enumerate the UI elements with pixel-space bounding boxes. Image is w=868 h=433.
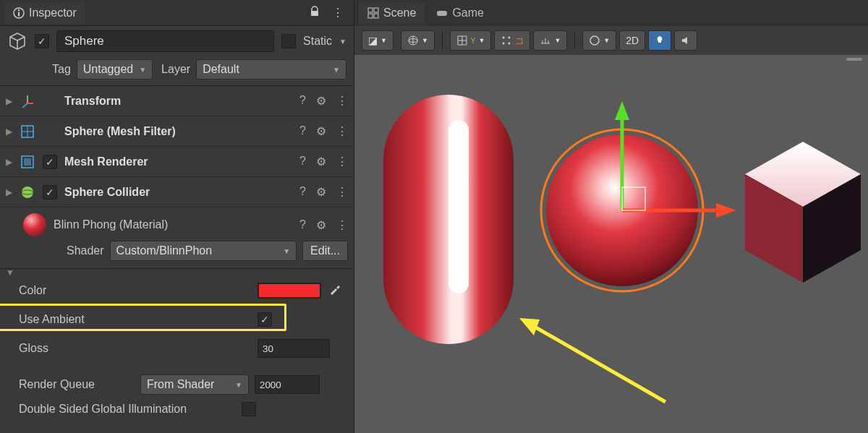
cube-icon [7,31,27,51]
component-mesh-renderer[interactable]: ▶ ✓ Mesh Renderer ?⚙⋮ [0,147,354,177]
tag-dropdown[interactable]: Untagged▼ [77,59,153,80]
component-sphere-collider[interactable]: ▶ ✓ Sphere Collider ?⚙⋮ [0,177,354,207]
sphere-collider-icon [20,184,35,200]
svg-marker-38 [716,203,736,218]
grid-y-button[interactable]: Y▼ [450,30,492,51]
svg-point-23 [509,37,511,39]
component-mesh-filter[interactable]: ▶ Sphere (Mesh Filter) ?⚙⋮ [0,116,354,147]
svg-marker-44 [519,318,540,335]
preset-icon[interactable]: ⚙ [316,155,326,168]
help-icon[interactable]: ? [299,124,306,138]
help-icon[interactable]: ? [299,94,306,108]
audio-toggle[interactable] [674,30,697,51]
shader-row: Shader Custom/BlinnPhon▼ Edit... [0,236,354,269]
preset-icon[interactable]: ⚙ [316,185,326,199]
kebab-icon[interactable]: ⋮ [336,155,348,168]
dsgi-row: Double Sided Global Illumination [0,398,354,419]
kebab-icon[interactable]: ⋮ [336,124,348,138]
layer-dropdown[interactable]: Default▼ [196,59,346,80]
material-properties: Color Use Ambient ✓ Gloss [0,269,354,364]
svg-rect-17 [374,14,378,18]
mesh-renderer-icon [20,154,35,170]
object-name-input[interactable] [56,30,274,52]
render-queue-dropdown[interactable]: From Shader▼ [140,374,249,395]
kebab-icon[interactable]: ⋮ [336,94,348,108]
inspector-tab[interactable]: Inspector [4,2,85,24]
kebab-icon[interactable]: ⋮ [336,185,348,199]
svg-rect-15 [374,8,378,12]
svg-marker-36 [615,101,629,120]
snap-grid-button[interactable]: ⊐ [494,30,530,51]
draw-mode-dropdown[interactable]: ▼ [401,30,435,51]
object-header: ✓ Static ▼ [0,26,354,56]
active-checkbox[interactable]: ✓ [35,34,49,48]
material-name: Blinn Phong (Material) [54,218,292,231]
shader-label: Shader [67,244,104,257]
foldout-icon[interactable]: ▶ [6,157,12,167]
prop-gloss: Gloss [19,337,345,360]
scene-panel: Scene Game ◪ ▼ ▼ Y▼ ⊐ [354,0,868,433]
2d-toggle[interactable]: 2D [619,30,645,51]
static-checkbox[interactable] [281,34,296,48]
preset-icon[interactable]: ⚙ [316,218,326,232]
svg-rect-1 [18,12,20,16]
eyedropper-icon[interactable] [328,283,341,299]
kebab-icon[interactable]: ⋮ [326,3,349,22]
svg-point-2 [18,9,20,10]
skybox-toggle[interactable]: ▼ [582,30,616,51]
prop-color: Color [19,279,345,302]
gloss-input[interactable] [258,339,330,358]
kebab-icon[interactable]: ⋮ [336,218,348,232]
preset-icon[interactable]: ⚙ [316,124,326,138]
svg-point-25 [509,43,511,45]
help-icon[interactable]: ? [299,155,306,168]
svg-rect-11 [24,158,31,166]
static-dropdown[interactable]: ▼ [339,38,346,46]
shader-dropdown[interactable]: Custom/BlinnPhon▼ [110,241,297,261]
snap-increment-button[interactable]: ▼ [533,30,567,51]
svg-point-22 [503,37,505,39]
tag-layer-row: Tag Untagged▼ Layer Default▼ [0,56,354,86]
svg-rect-32 [448,120,469,293]
foldout-icon[interactable]: ▶ [6,187,12,197]
shading-mode-dropdown[interactable]: ◪ ▼ [362,30,393,51]
svg-line-43 [529,324,665,402]
gamepad-icon [436,7,448,19]
render-queue-row: Render Queue From Shader▼ [0,370,354,398]
svg-rect-16 [368,14,373,18]
scene-tabs: Scene Game [354,0,868,26]
inspector-tab-label: Inspector [29,7,77,20]
layer-label: Layer [161,63,190,76]
component-transform[interactable]: ▶ Transform ?⚙⋮ [0,86,354,116]
foldout-icon[interactable]: ▶ [6,96,12,106]
color-swatch[interactable] [258,283,321,299]
inspector-tabs: Inspector ⋮ [0,0,354,26]
svg-point-24 [503,43,505,45]
scene-viewport[interactable] [354,55,868,433]
scene-tab[interactable]: Scene [359,2,425,24]
svg-rect-18 [437,11,447,16]
lighting-toggle[interactable] [648,30,671,51]
material-header[interactable]: Blinn Phong (Material) ?⚙⋮ [0,207,354,236]
game-tab[interactable]: Game [427,2,493,24]
help-icon[interactable]: ? [299,185,306,199]
dsgi-checkbox[interactable] [242,402,256,416]
prop-use-ambient: Use Ambient ✓ [19,308,345,331]
info-icon [13,7,25,19]
lock-icon[interactable] [303,3,326,22]
foldout-icon[interactable]: ▶ [6,127,12,137]
svg-line-6 [22,103,27,108]
mesh-filter-icon [20,124,35,140]
render-queue-input[interactable] [255,375,320,394]
renderer-enable-checkbox[interactable]: ✓ [43,155,57,169]
static-label: Static [303,35,332,48]
use-ambient-checkbox[interactable]: ✓ [258,312,272,327]
transform-icon [20,93,35,109]
svg-rect-14 [368,8,373,12]
inspector-panel: Inspector ⋮ ✓ Static ▼ Tag Untagged▼ Lay… [0,0,354,433]
shader-edit-button[interactable]: Edit... [302,241,348,261]
help-icon[interactable]: ? [299,218,306,232]
preset-icon[interactable]: ⚙ [316,94,326,108]
collider-enable-checkbox[interactable]: ✓ [43,185,57,200]
overlay-handle[interactable] [846,58,862,61]
